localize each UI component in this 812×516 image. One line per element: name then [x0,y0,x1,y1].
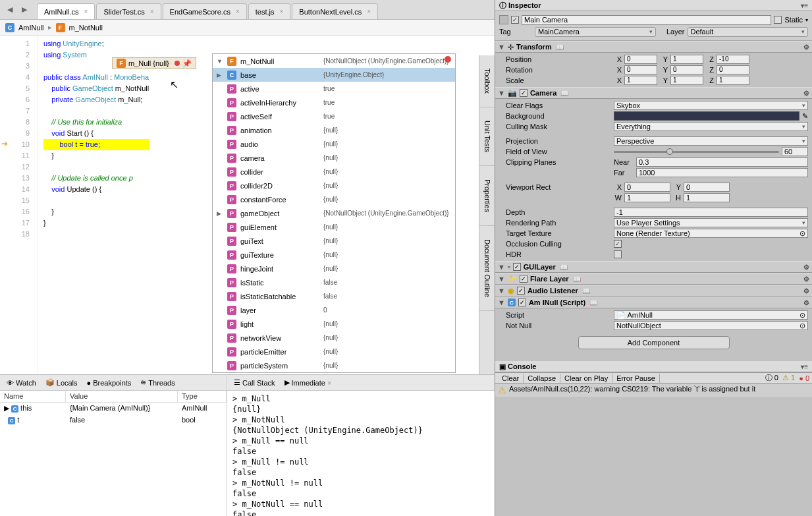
side-tab-unit-tests[interactable]: Unit Tests [479,107,495,166]
object-name-field[interactable]: Main Camera [522,15,771,25]
flare-enabled-checkbox[interactable] [520,275,528,283]
hdr-checkbox[interactable] [614,250,622,258]
tab-slidertest[interactable]: SliderTest.cs× [96,3,161,19]
console-clear-button[interactable]: Clear [498,374,524,383]
tab-buttonnextlevel[interactable]: ButtonNextLevel.cs× [292,3,378,19]
close-icon[interactable]: × [150,8,154,15]
debug-prop-row[interactable]: Pcamera{null} [213,151,455,165]
console-clearonplay-button[interactable]: Clear on Play [560,374,612,383]
info-count[interactable]: ⓘ 0 [765,373,778,383]
gear-icon[interactable]: ⚙ [803,287,809,295]
gear-icon[interactable]: ⚙ [803,275,809,283]
flare-header[interactable]: ▼✨Flare Layer📖⚙ [495,273,812,285]
side-tab-doc-outline[interactable]: Document Outline [479,226,495,311]
culling-mask-dropdown[interactable]: Everything [614,122,808,131]
breadcrumb-field[interactable]: m_NotNull [69,24,103,32]
code-body[interactable]: using UnityEngine;using System public cl… [38,36,149,374]
depth-input[interactable]: -1 [614,208,808,217]
debug-prop-row[interactable]: Paudio{null} [213,137,455,151]
rotation-y-input[interactable]: 0 [670,65,703,74]
help-icon[interactable]: 📖 [589,299,597,306]
fov-input[interactable]: 60 [782,147,808,156]
debug-prop-row[interactable]: PparticleEmitter{null} [213,345,455,358]
layer-dropdown[interactable]: Default [688,27,809,37]
debug-prop-row[interactable]: Player0 [213,303,455,317]
close-icon[interactable]: × [236,8,240,15]
script-header[interactable]: ▼CAm INull (Script)📖⚙ [495,297,812,308]
background-color-field[interactable] [614,111,799,121]
target-texture-field[interactable]: None (Render Texture)⊙ [614,229,808,238]
debug-prop-row[interactable]: PactiveSelftrue [213,109,455,123]
far-clip-input[interactable]: 1000 [636,168,808,177]
debug-prop-row[interactable]: PactiveInHierarchytrue [213,96,455,109]
debug-tooltip[interactable]: F m_Null {null} 📌 [112,57,196,69]
help-icon[interactable]: 📖 [582,287,590,295]
debug-prop-row[interactable]: PisStaticBatchablefalse [213,289,455,303]
tab-immediate[interactable]: ▶ Immediate × [281,377,336,388]
debug-prop-row[interactable]: PguiText{null} [213,234,455,248]
tab-aminull[interactable]: AmINull.cs× [37,3,95,19]
debug-prop-row[interactable]: PisStaticfalse [213,275,455,289]
pin-icon[interactable]: 📌 [182,59,192,68]
guilayer-enabled-checkbox[interactable] [513,263,521,271]
scale-x-input[interactable]: 1 [624,76,657,85]
rotation-z-input[interactable]: 0 [717,65,749,74]
tab-callstack[interactable]: ☰ Call Stack [230,377,279,388]
error-count[interactable]: ● 0 [799,374,809,382]
debug-prop-row[interactable]: PhingeJoint{null} [213,262,455,275]
occlusion-checkbox[interactable] [614,240,622,248]
debug-prop-row[interactable]: Panimation{null} [213,123,455,137]
panel-menu-icon[interactable]: ▾≡ [801,363,808,370]
close-icon[interactable]: × [367,8,371,15]
viewport-h-input[interactable]: 1 [684,193,730,202]
console-errorpause-button[interactable]: Error Pause [612,374,660,383]
close-icon[interactable]: × [280,8,284,15]
side-tab-toolbox[interactable]: Toolbox [479,55,495,107]
debug-prop-row[interactable]: PguiElement{null} [213,220,455,234]
tab-breakpoints[interactable]: ● Breakpoints [83,378,136,388]
viewport-y-input[interactable]: 0 [684,183,730,192]
debug-popup[interactable]: ▼Fm_NotNull{NotNullObject (UnityEngine.G… [212,53,456,373]
locals-row[interactable]: C tfalsebool [0,415,227,426]
debug-prop-row[interactable]: PnetworkView{null} [213,331,455,345]
gear-icon[interactable]: ⚙ [803,264,809,271]
debug-prop-row[interactable]: ▶PgameObject{NotNullObject (UnityEngine.… [213,206,455,220]
help-icon[interactable]: 📖 [556,43,564,51]
side-tab-properties[interactable]: Properties [479,166,495,226]
debug-prop-row[interactable]: Pcollider2D{null} [213,179,455,192]
immediate-console[interactable]: > m_Null {null} > m_NotNull {NotNullObje… [227,391,495,516]
nav-back-button[interactable]: ◀ [3,0,17,19]
notnull-field[interactable]: NotNullObject⊙ [614,321,808,330]
close-icon[interactable]: × [84,8,88,15]
panel-menu-icon[interactable]: ▾≡ [801,2,808,9]
debug-prop-row[interactable]: PguiTexture{null} [213,248,455,262]
help-icon[interactable]: 📖 [573,275,581,283]
transform-header[interactable]: ▼⊹ Transform 📖 ⚙ [495,41,812,53]
warn-count[interactable]: ⚠ 1 [782,374,795,382]
static-checkbox[interactable] [774,16,782,24]
scale-z-input[interactable]: 1 [717,76,749,85]
debug-prop-row[interactable]: ▶Cbase{UnityEngine.Object} [213,68,455,82]
gear-icon[interactable]: ⚙ [803,90,809,97]
debug-prop-row[interactable]: PparticleSystem{null} [213,358,455,372]
active-checkbox[interactable] [511,16,519,24]
viewport-w-input[interactable]: 1 [624,193,670,202]
locals-row[interactable]: ▶ C this{Main Camera (AmINull)}AmINull [0,403,227,415]
script-enabled-checkbox[interactable] [518,299,526,306]
nav-fwd-button[interactable]: ▶ [17,0,32,19]
gear-icon[interactable]: ⚙ [803,43,809,51]
fov-slider[interactable] [614,151,779,153]
debug-prop-row[interactable]: Pactivetrue [213,82,455,96]
tab-watch[interactable]: 👁 Watch [3,378,40,388]
script-field[interactable]: 📄 AmINull⊙ [614,310,808,320]
guilayer-header[interactable]: ▼▫GUILayer📖⚙ [495,261,812,273]
add-component-button[interactable]: Add Component [578,336,730,349]
projection-dropdown[interactable]: Perspective [614,136,808,146]
audio-header[interactable]: ▼◉Audio Listener📖⚙ [495,285,812,297]
camera-enabled-checkbox[interactable] [520,89,528,97]
debug-prop-row[interactable]: Plight{null} [213,317,455,331]
position-y-input[interactable]: 1 [670,55,703,64]
clear-flags-dropdown[interactable]: Skybox [614,101,808,110]
camera-header[interactable]: ▼📷 Camera 📖 ⚙ [495,87,812,99]
console-collapse-button[interactable]: Collapse [524,374,560,383]
